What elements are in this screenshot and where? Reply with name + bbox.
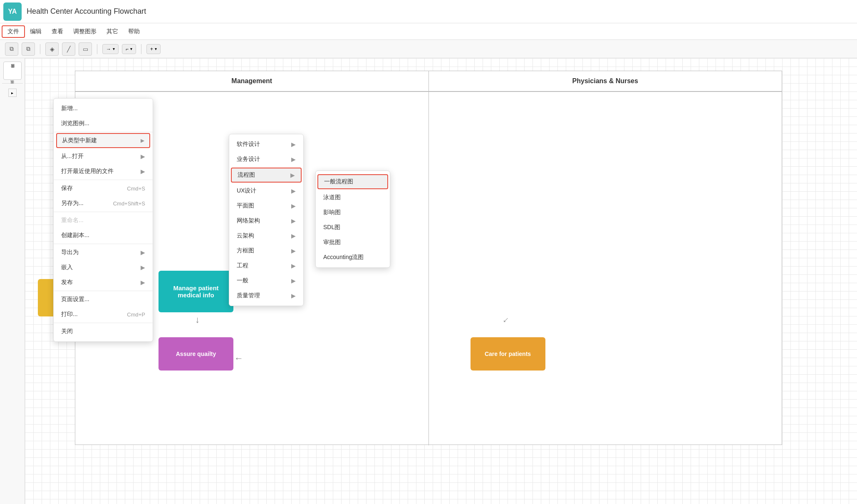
swimlane-body: Manage patient medical info ↓ Assure qua… — [75, 92, 782, 445]
arrow-left-care-assure: ← — [234, 353, 243, 364]
menu-export[interactable]: 导出为▶ — [54, 245, 153, 260]
submenu-block[interactable]: 方框图▶ — [229, 243, 303, 258]
menu-recent[interactable]: 打开最近使用的文件▶ — [54, 164, 153, 179]
flowchart-swimlane[interactable]: 泳道图 — [316, 190, 390, 205]
toolbar-sep-1 — [40, 44, 40, 54]
toolbar-arrow-straight[interactable]: → ▾ — [102, 44, 119, 54]
toolbar-paste-btn[interactable]: ⧉ — [22, 42, 35, 56]
menu-help[interactable]: 帮助 — [123, 26, 145, 37]
sidebar-panel: 便笺本 ▸ — [2, 83, 23, 97]
submenu-ux[interactable]: UX设计▶ — [229, 183, 303, 198]
submenu-quality[interactable]: 质量管理▶ — [229, 288, 303, 303]
sidebar-search[interactable]: 搜索图 — [3, 62, 22, 80]
menu-open-from[interactable]: 从...打开▶ — [54, 149, 153, 164]
swimlane-header-physicians: Physicians & Nurses — [429, 71, 782, 91]
submenu-software[interactable]: 软件设计▶ — [229, 137, 303, 152]
menu-view[interactable]: 查看 — [47, 26, 68, 37]
flowbox-care-patients[interactable]: Care for patients — [471, 337, 545, 371]
sidebar: 搜索图 便笺本 ▸ — [0, 58, 25, 504]
toolbar: ⧉ ⧉ ◈ ╱ ▭ → ▾ ⌐ ▾ + ▾ — [0, 40, 857, 58]
menu-page-setup[interactable]: 页面设置... — [54, 292, 153, 307]
menu-print[interactable]: 打印...Cmd+P — [54, 307, 153, 322]
submenu-flowchart[interactable]: 流程图▶ — [231, 168, 302, 183]
menu-other[interactable]: 其它 — [102, 26, 123, 37]
swimlane-lane-physicians: Care for patients ↓ — [429, 92, 782, 445]
swimlane-header-row: Management Physicians & Nurses — [75, 71, 782, 92]
flowchart-approval[interactable]: 审批图 — [316, 235, 390, 250]
menu-browse[interactable]: 浏览图例... — [54, 116, 153, 131]
toolbar-sep-2 — [97, 44, 97, 54]
menu-rename: 重命名... — [54, 213, 153, 228]
toolbar-line-btn[interactable]: ╱ — [62, 42, 75, 56]
submenu-cloud[interactable]: 云架构▶ — [229, 228, 303, 243]
menu-new-from-type[interactable]: 从类型中新建▶ — [56, 133, 150, 148]
flowbox-manage-patient[interactable]: Manage patient medical info — [159, 271, 233, 312]
toolbar-sep-3 — [141, 44, 141, 54]
menu-embed[interactable]: 嵌入▶ — [54, 260, 153, 275]
submenu-engineering[interactable]: 工程▶ — [229, 258, 303, 273]
flowbox-assure-quality[interactable]: Assure quailty — [159, 337, 233, 371]
menu-save-as[interactable]: 另存为...Cmd+Shift+S — [54, 196, 153, 211]
arrow-manage-care: ↓ — [500, 314, 511, 325]
arrow-down-manage: ↓ — [195, 314, 200, 325]
type-submenu-dropdown: 软件设计▶ 业务设计▶ 流程图▶ UX设计▶ 平面图▶ 网络架构▶ 云架构▶ 方… — [229, 134, 304, 306]
flowchart-sdl[interactable]: SDL图 — [316, 220, 390, 235]
swimlane-header-management: Management — [75, 71, 429, 91]
menu-duplicate[interactable]: 创建副本... — [54, 228, 153, 243]
toolbar-add-btn[interactable]: + ▾ — [146, 44, 161, 54]
toolbar-fill-btn[interactable]: ◈ — [45, 42, 59, 56]
menu-edit[interactable]: 编辑 — [25, 26, 47, 37]
menu-close[interactable]: 关闭 — [54, 324, 153, 339]
flowchart-submenu-dropdown: 一般流程图 泳道图 影响图 SDL图 审批图 Accounting流图 — [315, 170, 390, 268]
menu-new[interactable]: 新增... — [54, 101, 153, 116]
submenu-floor[interactable]: 平面图▶ — [229, 198, 303, 213]
submenu-network[interactable]: 网络架构▶ — [229, 213, 303, 228]
toolbar-copy-btn[interactable]: ⧉ — [5, 42, 18, 56]
submenu-business[interactable]: 业务设计▶ — [229, 152, 303, 167]
flowchart-influence[interactable]: 影响图 — [316, 205, 390, 220]
canvas: Management Physicians & Nurses Manage pa… — [25, 58, 857, 504]
menubar: 文件 编辑 查看 调整图形 其它 帮助 — [0, 23, 857, 40]
header: YA Health Center Accounting Flowchart — [0, 0, 857, 23]
submenu-general[interactable]: 一般▶ — [229, 273, 303, 288]
toolbar-shape-btn[interactable]: ▭ — [79, 42, 92, 56]
menu-save[interactable]: 保存Cmd+S — [54, 181, 153, 196]
file-menu-dropdown: 新增... 浏览图例... 从类型中新建▶ 从...打开▶ 打开最近使用的文件▶… — [53, 98, 153, 342]
menu-adjust[interactable]: 调整图形 — [68, 26, 102, 37]
app-title: Health Center Accounting Flowchart — [27, 7, 146, 16]
flowchart-general[interactable]: 一般流程图 — [317, 174, 388, 189]
toolbar-arrow-elbow[interactable]: ⌐ ▾ — [122, 44, 136, 54]
menu-file[interactable]: 文件 — [2, 25, 25, 38]
logo: YA — [3, 2, 22, 21]
menu-publish[interactable]: 发布▶ — [54, 275, 153, 290]
flowchart-accounting[interactable]: Accounting流图 — [316, 250, 390, 265]
main: 搜索图 便笺本 ▸ Management Physicians & Nurses… — [0, 58, 857, 504]
swimlane-container: Management Physicians & Nurses Manage pa… — [75, 71, 782, 445]
